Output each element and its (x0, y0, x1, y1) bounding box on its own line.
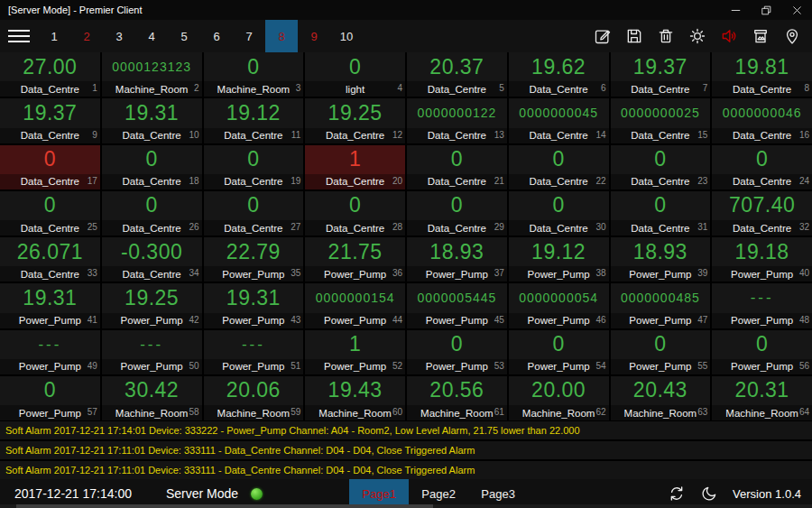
horizontal-scrollbar[interactable] (0, 504, 812, 508)
close-button[interactable] (781, 0, 812, 20)
tile-19[interactable]: 0Data_Centre19 (204, 145, 304, 189)
tile-26[interactable]: 0Data_Centre26 (102, 191, 202, 236)
tile-62[interactable]: 20.00Machine_Room62 (509, 376, 609, 420)
alarm-row-1[interactable]: Soft Alarm 2017-12-21 17:14:01 Device: 3… (0, 421, 812, 439)
tile-50[interactable]: ---Power_Pump50 (102, 330, 202, 374)
tile-61[interactable]: 20.56Machine_Room61 (407, 376, 507, 420)
tile-3[interactable]: 0Machine_Room3 (204, 52, 304, 97)
tile-23[interactable]: 0Data_Centre23 (611, 145, 711, 189)
tile-8[interactable]: 19.81Data_Centre8 (712, 52, 812, 97)
tile-label-row: Data_Centre25 (0, 220, 100, 236)
tile-33[interactable]: 26.071Data_Centre33 (0, 237, 100, 282)
tile-11[interactable]: 19.12Data_Centre11 (204, 98, 304, 143)
tile-35[interactable]: 22.79Power_Pump35 (204, 237, 304, 282)
tile-label: Power_Pump (611, 269, 711, 280)
edit-icon[interactable] (594, 27, 612, 45)
tile-label-row: Data_Centre27 (204, 220, 304, 236)
sync-icon[interactable] (668, 485, 686, 503)
alarm-row-3[interactable]: Soft Alarm 2017-12-21 17:11:01 Device: 3… (0, 461, 812, 479)
tile-34[interactable]: -0.300Data_Centre34 (102, 237, 202, 282)
snapshot-bin-icon[interactable] (752, 27, 770, 45)
tab-10[interactable]: 10 (330, 20, 363, 52)
tile-56[interactable]: 0Power_Pump56 (712, 330, 812, 374)
tile-value: 0 (509, 330, 609, 359)
location-icon[interactable] (783, 27, 801, 45)
tile-37[interactable]: 18.93Power_Pump37 (407, 237, 507, 282)
tile-41[interactable]: 19.31Power_Pump41 (0, 283, 100, 328)
tile-43[interactable]: 19.31Power_Pump43 (204, 283, 304, 328)
tile-label-row: Power_Pump57 (0, 405, 100, 420)
tile-21[interactable]: 0Data_Centre21 (407, 145, 507, 189)
tile-40[interactable]: 19.18Power_Pump40 (712, 237, 812, 282)
tile-47[interactable]: 0000000485Power_Pump47 (611, 283, 711, 328)
scrollbar-thumb[interactable] (16, 504, 433, 508)
delete-icon[interactable] (657, 27, 675, 45)
tile-53[interactable]: 0Power_Pump53 (407, 330, 507, 374)
tile-28[interactable]: 0Data_Centre28 (305, 191, 405, 236)
tile-29[interactable]: 0Data_Centre29 (407, 191, 507, 236)
tile-12[interactable]: 19.25Data_Centre12 (305, 98, 405, 143)
tile-38[interactable]: 19.12Power_Pump38 (509, 237, 609, 282)
tab-9[interactable]: 9 (298, 20, 330, 52)
tab-7[interactable]: 7 (233, 20, 265, 52)
tile-2[interactable]: 0000123123Machine_Room2 (102, 52, 202, 97)
tile-45[interactable]: 0000005445Power_Pump45 (407, 283, 507, 328)
tile-59[interactable]: 20.06Machine_Room59 (204, 376, 304, 420)
tile-44[interactable]: 0000000154Power_Pump44 (305, 283, 405, 328)
minimize-button[interactable] (720, 0, 751, 20)
tile-42[interactable]: 19.25Power_Pump42 (102, 283, 202, 328)
tile-48[interactable]: ---Power_Pump48 (712, 283, 812, 328)
restore-button[interactable] (751, 0, 781, 20)
tab-6[interactable]: 6 (200, 20, 233, 52)
moon-icon[interactable] (700, 485, 718, 503)
tab-5[interactable]: 5 (168, 20, 200, 52)
tile-20[interactable]: 1Data_Centre20 (305, 145, 405, 189)
tile-60[interactable]: 19.43Machine_Room60 (305, 376, 405, 420)
tile-index: 47 (697, 315, 707, 325)
tile-24[interactable]: 0Data_Centre24 (712, 145, 812, 189)
tab-2[interactable]: 2 (70, 20, 103, 52)
tile-39[interactable]: 18.93Power_Pump39 (611, 237, 711, 282)
tab-3[interactable]: 3 (103, 20, 135, 52)
tile-label: Data_Centre (204, 176, 304, 187)
tile-22[interactable]: 0Data_Centre22 (509, 145, 609, 189)
tile-36[interactable]: 21.75Power_Pump36 (305, 237, 405, 282)
tile-25[interactable]: 0Data_Centre25 (0, 191, 100, 236)
tile-30[interactable]: 0Data_Centre30 (509, 191, 609, 236)
tab-8[interactable]: 8 (265, 20, 298, 52)
tile-15[interactable]: 0000000025Data_Centre15 (611, 98, 711, 143)
tile-6[interactable]: 19.62Data_Centre6 (509, 52, 609, 97)
tile-64[interactable]: 20.31Machine_Room64 (712, 376, 812, 420)
tile-1[interactable]: 27.00Data_Centre1 (0, 52, 100, 97)
tile-63[interactable]: 20.43Machine_Room63 (611, 376, 711, 420)
menu-icon[interactable] (0, 20, 38, 52)
tile-58[interactable]: 30.42Machine_Room58 (102, 376, 202, 420)
tile-13[interactable]: 0000000122Data_Centre13 (407, 98, 507, 143)
settings-icon[interactable] (688, 27, 706, 45)
tile-31[interactable]: 0Data_Centre31 (611, 191, 711, 236)
tile-51[interactable]: ---Power_Pump51 (204, 330, 304, 374)
tile-54[interactable]: 0Power_Pump54 (509, 330, 609, 374)
tab-4[interactable]: 4 (135, 20, 168, 52)
tile-5[interactable]: 20.37Data_Centre5 (407, 52, 507, 97)
tile-32[interactable]: 707.40Data_Centre32 (712, 191, 812, 236)
tile-7[interactable]: 19.37Data_Centre7 (611, 52, 711, 97)
tile-16[interactable]: 0000000046Data_Centre16 (712, 98, 812, 143)
save-icon[interactable] (625, 27, 643, 45)
tile-55[interactable]: 0Power_Pump55 (611, 330, 711, 374)
tile-4[interactable]: 0light4 (305, 52, 405, 97)
tile-52[interactable]: 1Power_Pump52 (305, 330, 405, 374)
tile-27[interactable]: 0Data_Centre27 (204, 191, 304, 236)
sound-icon[interactable] (720, 27, 738, 45)
tile-index: 28 (392, 222, 402, 232)
tile-57[interactable]: 0Power_Pump57 (0, 376, 100, 420)
tile-46[interactable]: 0000000054Power_Pump46 (509, 283, 609, 328)
tile-18[interactable]: 0Data_Centre18 (102, 145, 202, 189)
tile-14[interactable]: 0000000045Data_Centre14 (509, 98, 609, 143)
alarm-row-2[interactable]: Soft Alarm 2017-12-21 17:11:01 Device: 3… (0, 441, 812, 459)
tile-49[interactable]: ---Power_Pump49 (0, 330, 100, 374)
tile-10[interactable]: 19.31Data_Centre10 (102, 98, 202, 143)
tab-1[interactable]: 1 (38, 20, 70, 52)
tile-9[interactable]: 19.37Data_Centre9 (0, 98, 100, 143)
tile-17[interactable]: 0Data_Centre17 (0, 145, 100, 189)
